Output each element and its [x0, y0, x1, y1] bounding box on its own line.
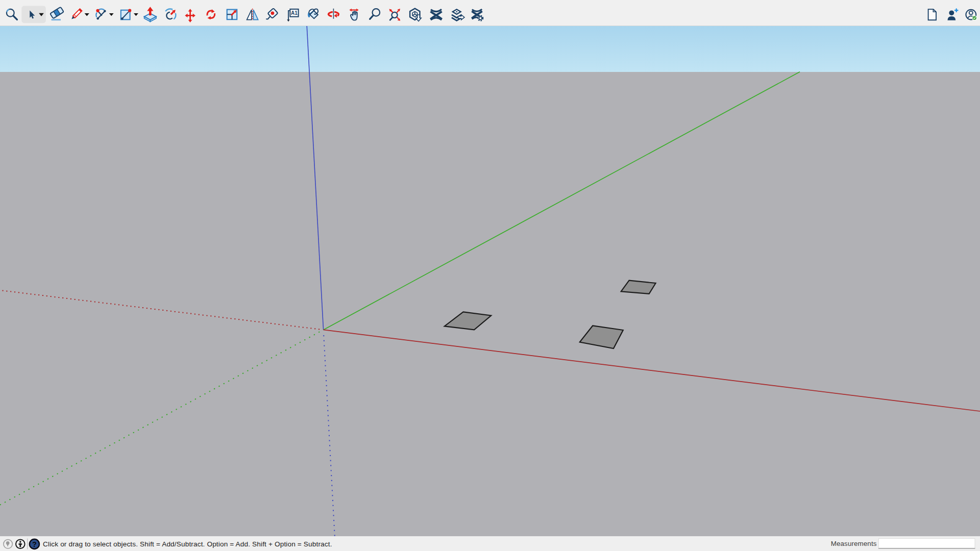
svg-text:Click or drag to select object: Click or drag to select objects. Shift =… [43, 540, 332, 548]
svg-text:?: ? [32, 540, 37, 548]
svg-text:Measurements: Measurements [831, 540, 877, 547]
svg-text:A1: A1 [291, 10, 298, 16]
